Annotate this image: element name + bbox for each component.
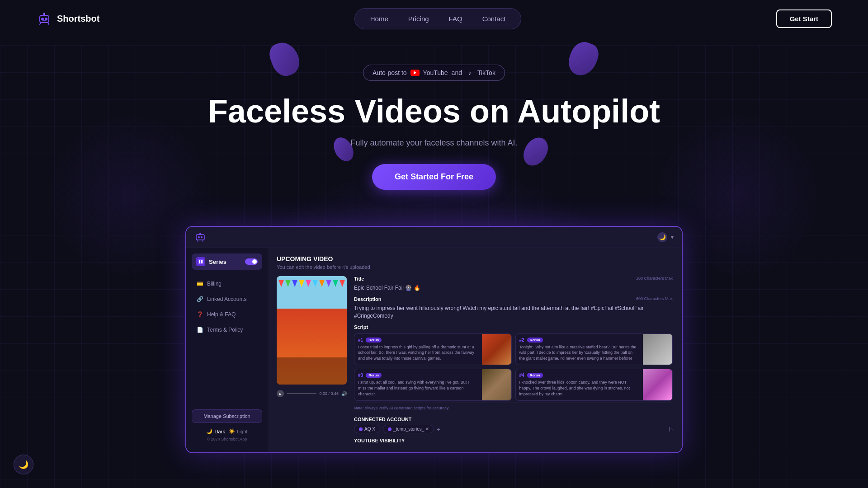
- script-grid: #1 Rerun I once tried to impress this gi…: [354, 333, 673, 401]
- script-image-4: [643, 369, 672, 400]
- script-body-4: I knocked over three kids' cotton candy,…: [519, 380, 640, 397]
- script-text-3: #3 Rerun I strut up, act all cool, and s…: [354, 369, 482, 400]
- dark-theme-button[interactable]: 🌙 Dark: [206, 428, 225, 434]
- account-name-2: _temp_stories_ ✕: [393, 427, 429, 432]
- svg-line-14: [203, 240, 203, 241]
- script-cell-3: #3 Rerun I strut up, act all cool, and s…: [354, 369, 512, 401]
- script-body-2: Tonight: 'Why not aim like a massive stu…: [519, 344, 640, 361]
- flag: [285, 280, 291, 287]
- volume-icon[interactable]: 🔊: [341, 391, 347, 396]
- progress-track[interactable]: [287, 393, 316, 394]
- connected-section: CONNECTED ACCOUNT AQ X _temp: [354, 417, 673, 443]
- content-grid: ▶ 0:00 / 0:46 🔊: [277, 276, 673, 445]
- light-theme-button[interactable]: ☀️ Light: [229, 428, 248, 434]
- add-account-button[interactable]: +: [437, 426, 440, 433]
- sidebar-bottom: Manage Subscription 🌙 Dark ☀️ Light: [186, 404, 268, 447]
- account-tag-1[interactable]: AQ X: [354, 425, 380, 433]
- series-icon: [196, 257, 205, 266]
- script-num-3: #3 Rerun: [358, 373, 478, 378]
- svg-point-11: [201, 236, 203, 238]
- upcoming-subtitle: You can edit the video before it's uploa…: [277, 264, 673, 270]
- sidebar-footer: © 2024 Shortsbot.App: [192, 434, 262, 441]
- upcoming-title: UPCOMING VIDEO: [277, 255, 673, 263]
- sidebar-terms-label: Terms & Policy: [207, 327, 243, 333]
- script-image-3: [482, 369, 511, 400]
- play-button[interactable]: ▶: [277, 390, 284, 397]
- svg-point-10: [198, 236, 200, 238]
- sidebar-series-label: Series: [209, 258, 241, 265]
- nav-home[interactable]: Home: [362, 12, 396, 25]
- script-image-1: [482, 334, 511, 365]
- video-progress-bar: ▶ 0:00 / 0:46 🔊: [277, 388, 347, 399]
- title-value[interactable]: Epic School Fair Fail 🎡 🔥: [354, 284, 673, 292]
- hero-section: Auto-post to YouTube and ♪ TikTok Facele…: [0, 38, 868, 208]
- app-body: Series 💳 Billing 🔗 Linked Accounts: [186, 248, 682, 452]
- badge-text: Auto-post to: [373, 69, 407, 76]
- video-info-panel: Title 100 Characters Max Epic School Fai…: [354, 276, 673, 445]
- script-body-1: I once tried to impress this girl by pul…: [358, 344, 478, 361]
- navbar: Shortsbot Home Pricing FAQ Contact Get S…: [0, 0, 868, 38]
- flag: [292, 280, 297, 287]
- flag: [312, 280, 318, 287]
- video-preview: ▶ 0:00 / 0:46 🔊: [277, 276, 347, 445]
- logo-area: Shortsbot: [36, 11, 99, 27]
- flag: [278, 280, 284, 287]
- sidebar-top: Series 💳 Billing 🔗 Linked Accounts: [186, 253, 268, 338]
- svg-line-7: [48, 23, 49, 24]
- sidebar-item-billing[interactable]: 💳 Billing: [192, 277, 262, 291]
- flag: [299, 280, 304, 287]
- brand-name: Shortsbot: [57, 14, 99, 24]
- moon-icon[interactable]: 🌙: [657, 232, 667, 242]
- account-dot: [359, 427, 363, 431]
- svg-point-3: [45, 18, 47, 20]
- rerun-badge-3[interactable]: Rerun: [366, 373, 382, 378]
- connected-right: | ›: [669, 427, 673, 432]
- nav-contact[interactable]: Contact: [474, 12, 514, 25]
- app-preview-container: 🌙 ▾: [0, 226, 868, 453]
- script-num-1: #1 Rerun: [358, 338, 478, 343]
- sidebar-item-linked-accounts[interactable]: 🔗 Linked Accounts: [192, 292, 262, 306]
- title-char-max: 100 Characters Max: [636, 276, 673, 282]
- script-cell-4: #4 Rerun I knocked over three kids' cott…: [515, 369, 673, 401]
- flag: [326, 280, 331, 287]
- youtube-icon: [410, 70, 420, 76]
- dark-icon: 🌙: [206, 428, 212, 434]
- rerun-badge-2[interactable]: Rerun: [527, 338, 543, 343]
- nav-links: Home Pricing FAQ Contact: [354, 8, 522, 29]
- video-thumbnail: [277, 276, 347, 385]
- rerun-badge-4[interactable]: Rerun: [527, 373, 543, 378]
- sidebar-help-label: Help & FAQ: [207, 311, 236, 318]
- script-text-2: #2 Rerun Tonight: 'Why not aim like a ma…: [516, 334, 643, 365]
- sidebar-item-help[interactable]: ❓ Help & FAQ: [192, 308, 262, 321]
- app-preview: 🌙 ▾: [185, 226, 683, 453]
- get-start-button[interactable]: Get Start: [776, 9, 832, 28]
- rerun-badge-1[interactable]: Rerun: [366, 338, 382, 343]
- nav-faq[interactable]: FAQ: [441, 12, 471, 25]
- sidebar-series[interactable]: Series: [192, 253, 262, 270]
- decorative-blob-tr: [565, 38, 602, 80]
- account-tag-2[interactable]: _temp_stories_ ✕: [383, 425, 434, 433]
- sidebar-item-terms[interactable]: 📄 Terms & Policy: [192, 323, 262, 337]
- moon-toggle-icon: 🌙: [19, 460, 28, 469]
- series-toggle[interactable]: [245, 258, 258, 265]
- nav-pricing[interactable]: Pricing: [400, 12, 437, 25]
- cta-button[interactable]: Get Started For Free: [372, 164, 496, 190]
- chevron-down-icon: ▾: [671, 234, 674, 240]
- svg-line-6: [40, 23, 41, 24]
- manage-subscription-button[interactable]: Manage Subscription: [192, 409, 262, 423]
- svg-rect-9: [196, 235, 204, 240]
- script-label: Script: [354, 324, 673, 330]
- script-text-1: #1 Rerun I once tried to impress this gi…: [354, 334, 482, 365]
- script-cell-1: #1 Rerun I once tried to impress this gi…: [354, 333, 512, 366]
- dark-mode-toggle[interactable]: 🌙: [14, 455, 33, 474]
- title-label: Title: [354, 276, 364, 282]
- hero-subtitle: Fully automate your faceless channels wi…: [9, 138, 859, 148]
- flag: [340, 280, 345, 287]
- svg-point-5: [43, 13, 45, 14]
- badge-tt: TikTok: [477, 69, 495, 76]
- help-icon: ❓: [196, 311, 203, 318]
- desc-value[interactable]: Trying to impress her went hilariously w…: [354, 305, 673, 320]
- terms-icon: 📄: [196, 327, 203, 333]
- app-sidebar: Series 💳 Billing 🔗 Linked Accounts: [186, 248, 268, 452]
- svg-rect-12: [199, 233, 201, 235]
